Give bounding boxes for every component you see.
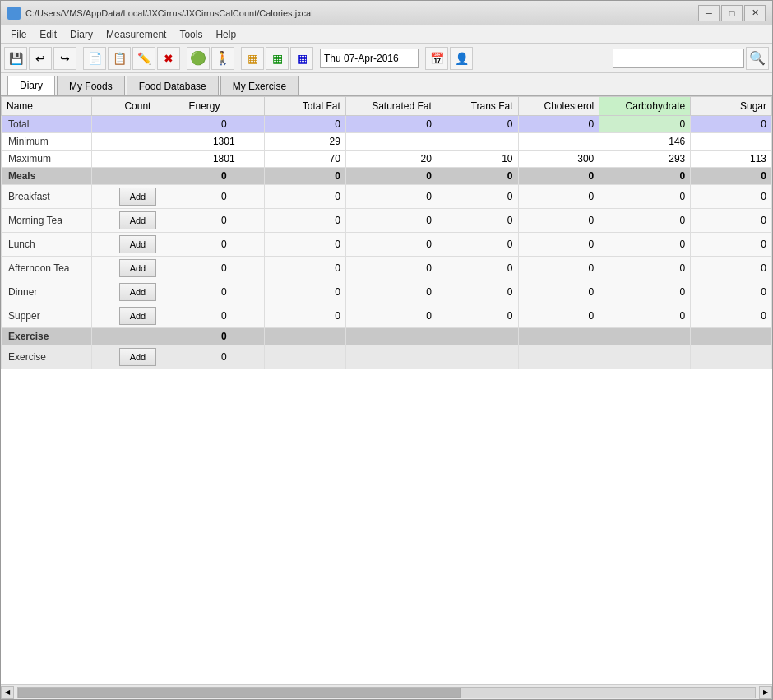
lunch-fat: 0: [265, 233, 346, 257]
scroll-right-button[interactable]: ▶: [759, 686, 772, 699]
title-bar: C:/Users/VMS/AppData/Local/JXCirrus/JXCi…: [1, 1, 772, 25]
menu-measurement[interactable]: Measurement: [100, 27, 173, 42]
row-dinner: Dinner Add 0 0 0 0 0 0 0: [2, 280, 772, 304]
dinner-add-button[interactable]: Add: [119, 283, 157, 301]
menu-tools[interactable]: Tools: [173, 27, 209, 42]
maximum-energy: 1801: [183, 151, 265, 168]
new-button[interactable]: 📄: [83, 47, 106, 70]
total-sat-fat: 0: [345, 116, 437, 133]
morning-tea-add-cell: Add: [92, 209, 183, 233]
row-meals-header: Meals 0 0 0 0 0 0 0: [2, 168, 772, 185]
maximum-carbohydrate: 293: [599, 151, 691, 168]
exercise-add-button[interactable]: Add: [119, 348, 157, 366]
tab-diary[interactable]: Diary: [7, 76, 55, 95]
meals-energy: 0: [183, 168, 265, 185]
breakfast-sat-fat: 0: [345, 185, 437, 209]
exercise-header-sat-fat: [345, 328, 437, 345]
delete-button[interactable]: ✖: [157, 47, 180, 70]
morning-tea-carbohydrate: 0: [599, 209, 691, 233]
lunch-trans-fat: 0: [437, 233, 518, 257]
afternoon-tea-label: Afternoon Tea: [2, 257, 92, 280]
search-button[interactable]: 🔍: [746, 47, 769, 70]
afternoon-tea-add-button[interactable]: Add: [119, 259, 157, 277]
copy-button[interactable]: 📋: [108, 47, 131, 70]
supper-fat: 0: [265, 304, 346, 328]
minimum-energy: 1301: [183, 133, 265, 151]
scroll-track[interactable]: [17, 687, 756, 698]
tab-food-database[interactable]: Food Database: [127, 76, 219, 95]
breakfast-trans-fat: 0: [437, 185, 518, 209]
title-bar-text: C:/Users/VMS/AppData/Local/JXCirrus/JXCi…: [25, 8, 698, 18]
grid2-button[interactable]: ▦: [266, 47, 289, 70]
edit-button[interactable]: ✏️: [132, 47, 155, 70]
close-button[interactable]: ✕: [744, 5, 766, 21]
supper-energy: 0: [183, 304, 265, 328]
exercise-label: Exercise: [2, 345, 92, 369]
calendar-button[interactable]: 📅: [425, 47, 448, 70]
walk-button[interactable]: 🚶: [211, 47, 234, 70]
meals-fat: 0: [265, 168, 346, 185]
search-input[interactable]: [613, 49, 744, 68]
meals-carbohydrate: 0: [599, 168, 691, 185]
row-maximum: Maximum 1801 70 20 10 300 293 113: [2, 151, 772, 168]
total-energy: 0: [183, 116, 265, 133]
grid3-button[interactable]: ▦: [290, 47, 313, 70]
date-input[interactable]: [320, 49, 419, 68]
lunch-sat-fat: 0: [345, 233, 437, 257]
exercise-sat-fat: [345, 345, 437, 369]
maximize-button[interactable]: □: [721, 5, 743, 21]
scroll-thumb[interactable]: [18, 688, 461, 698]
morning-tea-trans-fat: 0: [437, 209, 518, 233]
col-header-trans-fat: Trans Fat: [437, 97, 518, 116]
supper-add-cell: Add: [92, 304, 183, 328]
green-circle-button[interactable]: 🟢: [187, 47, 210, 70]
afternoon-tea-energy: 0: [183, 257, 265, 280]
redo-button[interactable]: ↪: [53, 47, 76, 70]
menu-file[interactable]: File: [4, 27, 33, 42]
maximum-trans-fat: 10: [437, 151, 518, 168]
minimum-fat: 29: [265, 133, 346, 151]
save-button[interactable]: 💾: [4, 47, 27, 70]
supper-carbohydrate: 0: [599, 304, 691, 328]
row-exercise: Exercise Add 0: [2, 345, 772, 369]
tab-my-foods[interactable]: My Foods: [57, 76, 125, 95]
menu-edit[interactable]: Edit: [33, 27, 63, 42]
dinner-add-cell: Add: [92, 280, 183, 304]
supper-add-button[interactable]: Add: [119, 307, 157, 325]
total-fat: 0: [265, 116, 346, 133]
breakfast-cholesterol: 0: [518, 185, 599, 209]
scroll-left-button[interactable]: ◀: [1, 686, 14, 699]
breakfast-label: Breakfast: [2, 185, 92, 209]
exercise-fat: [265, 345, 346, 369]
exercise-cholesterol: [518, 345, 599, 369]
tab-my-exercise[interactable]: My Exercise: [220, 76, 299, 95]
menu-diary[interactable]: Diary: [63, 27, 100, 42]
lunch-energy: 0: [183, 233, 265, 257]
morning-tea-sat-fat: 0: [345, 209, 437, 233]
breakfast-add-button[interactable]: Add: [119, 188, 157, 206]
toolbar: 💾 ↩ ↪ 📄 📋 ✏️ ✖ 🟢 🚶 ▦ ▦ ▦ 📅 👤 🔍: [1, 44, 772, 73]
person-button[interactable]: 👤: [450, 47, 473, 70]
minimum-sugar: [691, 133, 772, 151]
dinner-fat: 0: [265, 280, 346, 304]
table-container: Name Count Energy Total Fat Saturated Fa…: [1, 96, 772, 684]
grid1-button[interactable]: ▦: [241, 47, 264, 70]
exercise-header-trans-fat: [437, 328, 518, 345]
menu-help[interactable]: Help: [209, 27, 243, 42]
morning-tea-add-button[interactable]: Add: [119, 211, 157, 229]
col-header-total-fat: Total Fat: [265, 97, 346, 116]
maximum-fat: 70: [265, 151, 346, 168]
undo-button[interactable]: ↩: [29, 47, 52, 70]
lunch-add-button[interactable]: Add: [119, 235, 157, 253]
exercise-header-cholesterol: [518, 328, 599, 345]
morning-tea-fat: 0: [265, 209, 346, 233]
morning-tea-energy: 0: [183, 209, 265, 233]
supper-sugar: 0: [691, 304, 772, 328]
maximum-count: [92, 151, 183, 168]
total-label: Total: [2, 116, 92, 133]
diary-table: Name Count Energy Total Fat Saturated Fa…: [1, 96, 772, 369]
content-area: Name Count Energy Total Fat Saturated Fa…: [1, 96, 772, 699]
main-window: C:/Users/VMS/AppData/Local/JXCirrus/JXCi…: [0, 0, 773, 700]
minimize-button[interactable]: ─: [698, 5, 720, 21]
horizontal-scrollbar[interactable]: ◀ ▶: [1, 684, 772, 699]
